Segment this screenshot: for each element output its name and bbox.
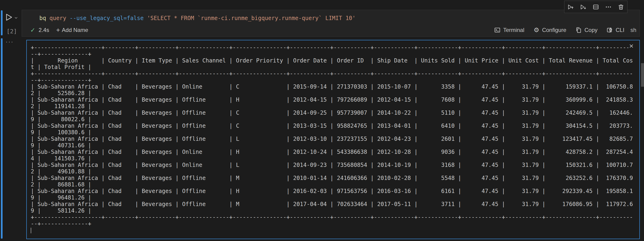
success-check-icon: ✓ — [30, 27, 36, 34]
add-name-button[interactable]: + Add Name — [56, 26, 88, 34]
copy-icon — [576, 27, 582, 33]
terminal-line: 2 | 52586.28 | — [31, 90, 638, 97]
terminal-line: | Sub-Saharan Africa | Chad | Beverages … — [31, 136, 638, 142]
execution-duration: 2.4s — [39, 27, 49, 33]
terminal-line: 2 | 86881.68 | — [31, 181, 638, 188]
terminal-line: 9 | 100380.6 | — [31, 129, 638, 136]
terminal-line: +--------------------+---------+--------… — [31, 44, 638, 51]
terminal-line: 2 | 119141.28 | — [31, 103, 638, 110]
terminal-line: 9 | 58114.26 | — [31, 207, 638, 214]
terminal-line: | Sub-Saharan Africa | Chad | Beverages … — [31, 110, 638, 116]
terminal-line: | Sub-Saharan Africa | Chad | Beverages … — [31, 188, 638, 194]
command-text[interactable]: bq query --use_legacy_sql=false 'SELECT … — [39, 14, 356, 22]
execute-below-icon[interactable] — [580, 4, 587, 11]
plus-icon: + — [56, 26, 60, 34]
run-options-chevron-icon[interactable] — [14, 16, 18, 20]
terminal-line: --+--------------+ — [31, 77, 638, 83]
terminal-icon — [494, 27, 500, 33]
terminal-line: | Sub-Saharan Africa | Chad | Beverages … — [31, 175, 638, 181]
terminal-line: 4 | 141503.76 | — [31, 155, 638, 162]
terminal-line: +--------------------+---------+--------… — [31, 70, 638, 77]
cell-toolbar — [564, 1, 628, 13]
terminal-line: +--------------------+---------+--------… — [31, 214, 638, 220]
terminal-line: | Region | Country | Item Type | Sales C… — [31, 57, 638, 64]
terminal-line: t | Total Profit | — [31, 64, 638, 70]
cli-icon — [607, 27, 613, 33]
cli-button[interactable]: CLI — [607, 27, 624, 33]
close-output-icon[interactable]: × — [628, 42, 634, 50]
code-cell: bq query --use_legacy_sql=false 'SELECT … — [22, 10, 640, 37]
play-icon — [5, 13, 13, 22]
terminal-line: | Sub-Saharan Africa | Chad | Beverages … — [31, 201, 638, 207]
language-picker[interactable]: sh — [630, 27, 636, 33]
execute-above-icon[interactable] — [567, 4, 574, 11]
cell-output: +--------------------+---------+--------… — [26, 40, 640, 239]
terminal-output[interactable]: +--------------------+---------+--------… — [31, 44, 638, 238]
command-token: bq — [39, 15, 46, 22]
terminal-line: 2 | 49610.88 | — [31, 168, 638, 175]
terminal-line: 9 | 96481.26 | — [31, 194, 638, 201]
output-focus-bar — [1, 38, 2, 239]
terminal-button[interactable]: Terminal — [494, 27, 524, 33]
gear-icon: ⚙ — [534, 27, 539, 33]
cell-status-bar: ✓ 2.4s + Add Name Terminal ⚙ Configure C… — [30, 25, 637, 35]
split-cell-icon[interactable] — [592, 4, 599, 11]
command-token: query — [46, 15, 70, 22]
terminal-line: | Sub-Saharan Africa | Chad | Beverages … — [31, 162, 638, 168]
more-actions-icon[interactable] — [605, 4, 612, 11]
copy-button[interactable]: Copy — [576, 27, 598, 33]
delete-cell-icon[interactable] — [618, 4, 624, 11]
cell-focus-bar — [1, 10, 2, 36]
terminal-line: | Sub-Saharan Africa | Chad | Beverages … — [31, 149, 638, 155]
terminal-cursor-line — [31, 227, 638, 233]
scrollbar-thumb[interactable] — [641, 63, 644, 87]
terminal-cursor — [31, 228, 31, 233]
execution-count: [2] — [6, 28, 17, 35]
terminal-line: --+--------------+ — [31, 220, 638, 227]
terminal-line: | Sub-Saharan Africa | Chad | Beverages … — [31, 123, 638, 129]
command-token: --use_legacy_sql=false — [70, 15, 144, 22]
terminal-line: 9 | 40731.66 | — [31, 142, 638, 149]
output-options-icon[interactable]: ··· — [6, 38, 14, 46]
run-cell-button[interactable] — [5, 13, 13, 22]
configure-button[interactable]: ⚙ Configure — [534, 27, 566, 33]
terminal-line: 9 | 80022.6 | — [31, 116, 638, 123]
terminal-line: | Sub-Saharan Africa | Chad | Beverages … — [31, 97, 638, 103]
terminal-line: | Sub-Saharan Africa | Chad | Beverages … — [31, 83, 638, 90]
command-token: 'SELECT * FROM `runme-ci.runme_bigquery.… — [144, 15, 356, 22]
terminal-line: --+--------------+ — [31, 51, 638, 57]
